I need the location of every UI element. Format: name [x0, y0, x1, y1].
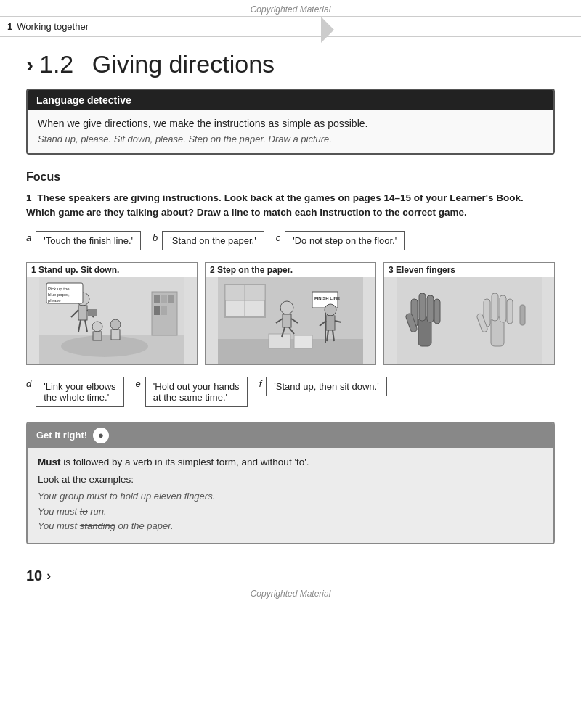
game-card-3: 3 Eleven fingers: [383, 262, 555, 365]
game-card-3-img: [384, 277, 554, 364]
svg-text:blue paper,: blue paper,: [48, 293, 70, 297]
bubble-item-c: c 'Do not step on the floor.': [276, 231, 405, 250]
section-chevron: ›: [26, 52, 33, 77]
exercise-1: 1 These speakers are giving instructions…: [26, 191, 555, 221]
game1-illustration: Pick up the blue paper, please: [27, 277, 197, 364]
svg-rect-49: [419, 293, 426, 321]
svg-point-40: [325, 304, 336, 316]
get-right-example1: Your group must to hold up eleven finger…: [38, 489, 543, 504]
svg-text:Pick up the: Pick up the: [48, 287, 70, 291]
lang-detective-main-text: When we give directions, we make the ins…: [38, 118, 543, 129]
svg-rect-32: [269, 334, 290, 348]
svg-rect-10: [78, 306, 87, 320]
speech-bubble-c: 'Do not step on the floor.': [285, 231, 405, 250]
svg-rect-59: [520, 305, 525, 325]
page-chevron-icon: ›: [46, 568, 51, 584]
get-right-example2: You must to run.: [38, 504, 543, 520]
lang-detective-header: Language detective: [28, 90, 553, 110]
games-images-row: 1 Stand up. Sit down.: [26, 262, 555, 365]
speech-bubble-b: 'Stand on the paper.': [162, 231, 264, 250]
page-footer: 10 ›: [0, 559, 581, 589]
svg-rect-7: [154, 306, 160, 315]
bubble-item-e: e 'Hold out your hands at the same time.…: [136, 377, 248, 407]
svg-rect-41: [326, 316, 335, 330]
speech-bubble-e: 'Hold out your hands at the same time.': [145, 377, 248, 407]
section-heading: Giving directions: [92, 50, 275, 78]
top-bubbles-row: a 'Touch the finish line.' b 'Stand on t…: [26, 231, 555, 250]
bubble-item-f: f 'Stand up, then sit down.': [259, 377, 387, 396]
bubble-label-c: c: [276, 232, 281, 243]
bubble-label-e: e: [136, 378, 141, 389]
svg-rect-15: [88, 309, 97, 316]
speech-bubble-a: 'Touch the finish line.': [36, 231, 141, 250]
section-number: 1.2: [39, 50, 73, 78]
get-right-line1: Must is followed by a verb in its simple…: [38, 455, 543, 470]
game-card-2-title: 2 Step on the paper.: [206, 263, 375, 277]
svg-rect-19: [111, 330, 120, 340]
game-card-1: 1 Stand up. Sit down.: [26, 262, 198, 365]
chapter-title: Working together: [17, 21, 89, 32]
bubble-item-a: a 'Touch the finish line.': [26, 231, 141, 250]
get-right-example3: You must standing on the paper.: [38, 519, 543, 534]
speech-bubble-d: 'Link your elbows the whole time.': [36, 377, 123, 407]
svg-point-34: [280, 301, 293, 314]
get-right-box: Get it right! ● Must is followed by a ve…: [26, 422, 555, 545]
get-right-icon: ●: [93, 428, 109, 443]
game2-illustration: FINISH LINE: [206, 277, 375, 364]
exercise-text: These speakers are giving instructions. …: [26, 192, 524, 218]
game-card-2: 2 Step on the paper. FINISH LINE: [205, 262, 376, 365]
svg-rect-55: [492, 293, 498, 321]
svg-rect-5: [161, 295, 167, 303]
svg-rect-51: [434, 299, 440, 324]
lang-detective-body: When we give directions, we make the ins…: [28, 110, 553, 153]
svg-point-18: [110, 319, 121, 330]
lang-detective-box: Language detective When we give directio…: [26, 89, 555, 155]
focus-heading: Focus: [26, 171, 555, 184]
bubble-label-b: b: [153, 232, 158, 243]
breadcrumb-bar: 1 Working together: [0, 16, 581, 37]
copyright-top: Copyrighted Material: [0, 0, 581, 16]
page-number: 10: [26, 568, 42, 584]
svg-point-2: [61, 335, 148, 357]
svg-rect-4: [154, 295, 160, 303]
section-title: › 1.2 Giving directions: [26, 50, 555, 78]
svg-rect-33: [294, 335, 312, 348]
bubble-item-d: d 'Link your elbows the whole time.': [26, 377, 124, 407]
bubble-label-f: f: [259, 378, 262, 389]
get-right-title: Get it right!: [36, 430, 87, 441]
game-card-1-title: 1 Stand up. Sit down.: [27, 263, 197, 277]
svg-rect-35: [283, 314, 291, 327]
chapter-number: 1: [7, 21, 12, 32]
svg-text:please: please: [48, 298, 61, 303]
speech-bubble-f: 'Stand up, then sit down.': [266, 377, 386, 396]
get-right-header: Get it right! ●: [28, 423, 553, 448]
lang-detective-examples: Stand up, please. Sit down, please. Step…: [38, 134, 543, 144]
bubble-label-d: d: [26, 378, 31, 389]
game-card-1-img: Pick up the blue paper, please: [27, 277, 197, 364]
svg-rect-17: [93, 332, 102, 340]
bottom-bubbles-row: d 'Link your elbows the whole time.' e '…: [26, 377, 555, 407]
get-right-line2: Look at the examples:: [38, 474, 543, 485]
svg-rect-57: [507, 299, 513, 324]
svg-text:FINISH LINE: FINISH LINE: [314, 296, 340, 300]
get-right-body: Must is followed by a verb in its simple…: [28, 448, 553, 544]
game-card-2-img: FINISH LINE: [206, 277, 375, 364]
svg-rect-8: [161, 306, 167, 315]
bubble-label-a: a: [26, 232, 31, 243]
bubble-item-b: b 'Stand on the paper.': [153, 231, 264, 250]
game3-illustration: [384, 277, 554, 364]
svg-rect-50: [427, 295, 434, 322]
copyright-bottom: Copyrighted Material: [0, 589, 581, 605]
svg-point-16: [92, 322, 102, 332]
exercise-num: 1: [26, 192, 32, 203]
svg-rect-6: [168, 295, 174, 303]
game-card-3-title: 3 Eleven fingers: [384, 263, 554, 277]
svg-rect-56: [500, 295, 506, 322]
